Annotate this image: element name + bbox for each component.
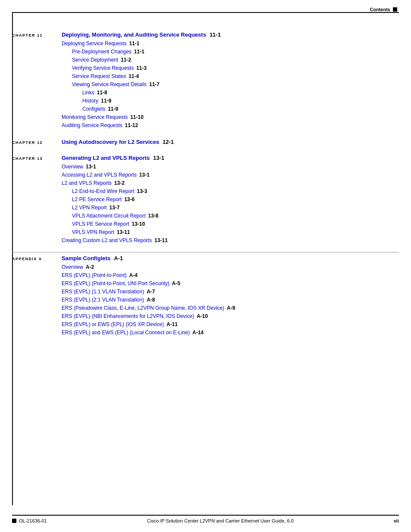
footer-doc-num: OL-21636-01 [19,518,47,523]
toc-entry: Links 11-8 [82,89,399,96]
toc-pagenum: A-14 [192,329,203,336]
toc-pagenum: 11-3 [136,64,146,72]
toc-link-accessing[interactable]: Accessing L2 and VPLS Reports [62,171,137,179]
chapter-12-page: 12-1 [162,139,174,145]
toc-entry-service-request-states: Service Request States 11-4 [72,72,399,80]
appendix-a-entries: Overview A-2 ERS (EVPL) (Point-to-Point)… [62,263,399,336]
toc-entry: Overview 13-1 [62,163,399,171]
top-border [12,12,399,13]
toc-link-history[interactable]: History [82,97,98,105]
toc-entry: ERS (Pseudowire Class, E-Line, L2VPN Gro… [62,304,399,312]
toc-entry-history: History 11-9 [82,97,399,105]
chapter-12-title[interactable]: Using Autodiscovery for L2 Services [62,139,159,145]
toc-entry: ERS (EVPL) (Point-to-Point, UNI Port Sec… [62,280,399,287]
toc-link-ers-p2p-uni[interactable]: ERS (EVPL) (Point-to-Point, UNI Port Sec… [62,280,169,287]
toc-entry: ERS (EVPL) (1:1 VLAN Translation) A-7 [62,288,399,296]
chapter-12-label: CHAPTER 12 [12,140,62,145]
toc-link-service-deployment[interactable]: Service Deployment [72,56,118,64]
toc-entry: VPLS PE Service Report 13-10 [72,220,399,228]
toc-pagenum: 11-10 [130,113,143,121]
toc-pagenum: A-9 [227,304,235,312]
toc-pagenum: 13-10 [132,220,145,228]
separator [12,252,399,252]
footer-doc-title: Cisco IP Solution Center L2VPN and Carri… [147,518,293,523]
toc-link-vpls-vpn-report[interactable]: VPLS VPN Report [72,228,114,236]
toc-pagenum: 13-11 [154,236,168,244]
toc-link-creating-custom[interactable]: Creating Custom L2 and VPLS Reports [62,236,152,244]
toc-link-configlets[interactable]: Configlets [82,105,105,113]
toc-entry-viewing-service-request-details: Viewing Service Request Details 11-7 [72,81,399,88]
header-square-icon [393,7,397,12]
toc-link-ers-ews-local[interactable]: ERS (EVPL) and EWS (EPL) (Local Connect … [62,329,190,336]
toc-pagenum: 11-1 [134,48,144,56]
toc-pagenum: 11-9 [108,105,118,113]
toc-entry: ERS (EVPL) (2:1 VLAN Translation) A-8 [62,296,399,304]
toc-link-ers-nbi[interactable]: ERS (EVPL) (NBI Enhancements for L2VPN, … [62,312,194,320]
toc-link-service-request-states[interactable]: Service Request States [72,72,126,80]
toc-link[interactable]: Pre-Deployment Changes [72,48,131,56]
chapter-11-title[interactable]: Deploying, Monitoring, and Auditing Serv… [62,31,206,38]
toc-link-ers-vlan-1-1[interactable]: ERS (EVPL) (1:1 VLAN Translation) [62,288,144,296]
toc-entry: Monitoring Service Requests 11-10 [62,113,399,121]
toc-link-ers-pseudowire[interactable]: ERS (Pseudowire Class, E-Line, L2VPN Gro… [62,304,224,312]
appendix-a-title[interactable]: Sample Configlets [62,255,110,261]
toc-entry: L2 VPN Report 13-7 [72,204,399,212]
toc-entry: VPLS Attachment Circuit Report 13-8 [72,212,399,220]
toc-entry: ERS (EVPL) and EWS (EPL) (Local Connect … [62,329,399,336]
chapter-11-page: 11-1 [209,31,221,38]
toc-link-vpls-attachment[interactable]: VPLS Attachment Circuit Report [72,212,146,220]
toc-link-vpls-pe-service[interactable]: VPLS PE Service Report [72,220,129,228]
toc-entry: ERS (EVPL) (Point-to-Point) A-4 [62,271,399,279]
toc-pagenum: 13-2 [114,179,125,187]
toc-pagenum: 13-1 [86,163,96,171]
toc-pagenum: 13-7 [109,204,120,212]
toc-entry: Creating Custom L2 and VPLS Reports 13-1… [62,236,399,244]
toc-link-l2-vpn-report[interactable]: L2 VPN Report [72,204,107,212]
toc-pagenum: A-10 [196,312,208,320]
toc-entry: Configlets 11-9 [82,105,399,113]
toc-link-viewing-service-request-details[interactable]: Viewing Service Request Details [72,81,146,88]
toc-pagenum: A-11 [166,320,177,328]
toc-entry-service-deployment: Service Deployment 11-2 [72,56,399,64]
toc-link-ers-ews-ios-xr[interactable]: ERS (EVPL) or EWS (EPL) (IOS XR Device) [62,320,164,328]
toc-pagenum: 11-12 [125,121,138,129]
toc-entry: Pre-Deployment Changes 11-1 [72,48,399,56]
footer-square-icon [12,519,16,523]
chapter-13-page: 13-1 [153,155,164,161]
toc-entry: Verifying Service Requests 11-3 [72,64,399,72]
toc-link-l2-vpls-reports[interactable]: L2 and VPLS Reports [62,179,112,187]
chapter-13-label: CHAPTER 13 [12,156,62,161]
toc-link[interactable]: Deploying Service Requests [62,40,127,47]
toc-pagenum: A-5 [172,280,180,287]
toc-link-auditing[interactable]: Auditing Service Requests [62,121,122,129]
toc-pagenum: 13-3 [137,187,147,195]
toc-link[interactable]: Verifying Service Requests [72,64,134,72]
toc-link-overview-13[interactable]: Overview [62,163,83,171]
toc-pagenum: 13-8 [148,212,159,220]
toc-link-links[interactable]: Links [82,89,94,96]
chapter-11-row: CHAPTER 11 Deploying, Monitoring, and Au… [12,31,399,38]
toc-link-monitoring[interactable]: Monitoring Service Requests [62,113,128,121]
toc-pagenum: 13-6 [124,196,134,203]
toc-entry: L2 End-to-End Wire Report 13-3 [72,187,399,195]
toc-link-overview-a[interactable]: Overview [62,263,83,271]
toc-link-ers-p2p[interactable]: ERS (EVPL) (Point-to-Point) [62,271,127,279]
footer: OL-21636-01 Cisco IP Solution Center L2V… [12,515,399,523]
footer-center: Cisco IP Solution Center L2VPN and Carri… [147,518,293,523]
toc-pagenum: A-4 [129,271,137,279]
toc-pagenum: 11-4 [128,72,139,80]
chapter-11-entries: Deploying Service Requests 11-1 Pre-Depl… [62,40,399,129]
toc-link-l2-end-wire[interactable]: L2 End-to-End Wire Report [72,187,134,195]
toc-entry: Overview A-2 [62,263,399,271]
toc-pagenum: 11-8 [97,89,107,96]
toc-pagenum: 13-1 [139,171,149,179]
toc-link-l2-pe-service[interactable]: L2 PE Service Report [72,196,121,203]
footer-page-num: vii [394,518,399,523]
toc-pagenum: 11-1 [129,40,140,47]
chapter-12-row: CHAPTER 12 Using Autodiscovery for L2 Se… [12,139,399,145]
toc-link-ers-vlan-2-1[interactable]: ERS (EVPL) (2:1 VLAN Translation) [62,296,144,304]
chapter-13-title[interactable]: Generating L2 and VPLS Reports [62,155,149,161]
toc-pagenum: 13-11 [117,228,130,236]
appendix-a-page: A-1 [114,255,123,261]
toc-entry: ERS (EVPL) (NBI Enhancements for L2VPN, … [62,312,399,320]
